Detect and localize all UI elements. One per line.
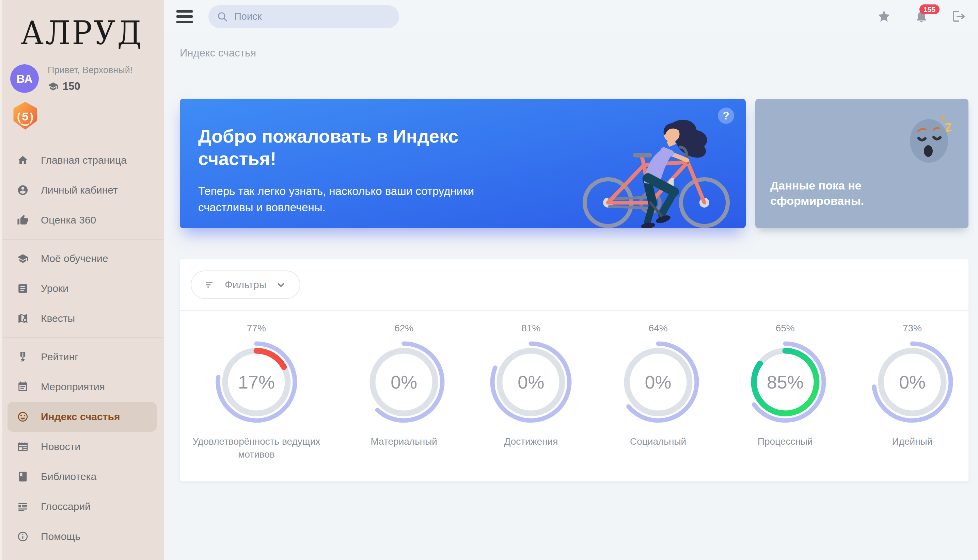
banner-title: Добро пожаловать в Индекс счастья! xyxy=(198,125,484,170)
gauge-benchmark-percent: 73% xyxy=(903,323,922,334)
company-logo: АЛРУД xyxy=(0,14,164,52)
news-icon xyxy=(17,441,28,452)
filters-label: Фильтры xyxy=(225,279,266,290)
sidebar-item-label: Индекс счастья xyxy=(41,411,120,423)
happiness-panel: Фильтры 77%17%Удовлетворённость ведущих … xyxy=(180,259,968,482)
gauge-benchmark-percent: 65% xyxy=(776,323,795,334)
gauge-label: Социальный xyxy=(630,435,686,448)
gauge-label: Достижения xyxy=(504,435,558,448)
chevron-down-icon xyxy=(275,279,287,290)
thumb-up-icon xyxy=(17,214,28,226)
user-icon xyxy=(17,184,28,196)
sidebar-item-label: Личный кабинет xyxy=(41,184,118,196)
gauge-benchmark-percent: 62% xyxy=(395,323,413,334)
sidebar-nav: Главная страницаЛичный кабинетОценка 360… xyxy=(0,145,164,552)
book-icon xyxy=(17,471,28,482)
gauge-benchmark-percent: 77% xyxy=(247,323,266,334)
sidebar-item-label: Уроки xyxy=(41,283,69,294)
sidebar-item-home[interactable]: Главная страница xyxy=(7,145,157,175)
sidebar-item-label: Глоссарий xyxy=(41,501,90,512)
points-value: 150 xyxy=(63,80,80,93)
gauge-value-percent: 0% xyxy=(614,338,702,426)
woman-on-bicycle-illustration xyxy=(573,108,740,228)
page-title: Индекс счастья xyxy=(180,47,968,59)
sidebar-item-glossary[interactable]: Глоссарий xyxy=(7,492,157,522)
level-badge: 5 xyxy=(12,102,164,132)
svg-text:5: 5 xyxy=(22,110,28,123)
filters-button[interactable]: Фильтры xyxy=(191,270,300,299)
sidebar-item-calendar[interactable]: Мероприятия xyxy=(7,372,157,402)
info-icon xyxy=(17,531,28,542)
notification-count-badge: 155 xyxy=(919,4,940,14)
sidebar-item-user[interactable]: Личный кабинет xyxy=(7,175,157,205)
gauges-row: 77%17%Удовлетворённость ведущих мотивов6… xyxy=(180,311,968,482)
sidebar-divider xyxy=(0,239,164,240)
gauge-label: Удовлетворённость ведущих мотивов xyxy=(180,435,333,461)
gauge-1: 77%17%Удовлетворённость ведущих мотивов xyxy=(180,323,333,461)
lessons-icon xyxy=(17,283,28,294)
menu-hamburger-icon[interactable] xyxy=(176,10,193,23)
sidebar-item-label: Оценка 360 xyxy=(41,214,96,226)
sidebar-item-label: Главная страница xyxy=(41,155,127,166)
sidebar-item-smiley[interactable]: Индекс счастья xyxy=(7,402,157,432)
gauge-6: 73%0%Идейный xyxy=(856,323,968,448)
sidebar-item-label: Квесты xyxy=(41,313,75,324)
gauge-value-percent: 17% xyxy=(212,338,301,426)
sidebar-item-thumb-up[interactable]: Оценка 360 xyxy=(7,205,157,235)
gauge-value-percent: 0% xyxy=(486,338,575,426)
logout-button[interactable] xyxy=(951,9,966,24)
sidebar: АЛРУД ВА Привет, Верховный! 150 5 Главна… xyxy=(0,0,164,560)
sidebar-item-lessons[interactable]: Уроки xyxy=(7,273,157,303)
glossary-icon xyxy=(17,501,28,512)
gauge-label: Идейный xyxy=(892,435,932,448)
svg-text:Z: Z xyxy=(944,120,953,135)
sidebar-item-quests-map[interactable]: Квесты xyxy=(7,303,157,333)
banner-subtitle: Теперь так легко узнать, насколько ваши … xyxy=(198,183,512,216)
sidebar-item-label: Моё обучение xyxy=(41,253,108,264)
gauge-label: Материальный xyxy=(371,435,437,448)
sidebar-item-medal[interactable]: Рейтинг xyxy=(7,342,157,372)
sidebar-item-info[interactable]: Помощь xyxy=(7,522,157,552)
smiley-icon xyxy=(17,411,28,423)
level-badge-icon: 5 xyxy=(12,102,38,130)
topbar: 155 xyxy=(164,0,978,33)
sidebar-item-label: Библиотека xyxy=(41,471,96,482)
graduation-cap-icon xyxy=(17,253,28,264)
graduation-cap-icon xyxy=(48,81,59,92)
favorite-star-icon xyxy=(877,9,891,23)
gauge-5: 65%85%Процессный xyxy=(729,323,841,448)
no-data-card: z Z Данные пока не сформированы. xyxy=(755,99,968,228)
sidebar-item-news[interactable]: Новости xyxy=(7,432,157,462)
gauge-4: 64%0%Социальный xyxy=(602,323,714,448)
gauge-value-percent: 0% xyxy=(359,338,448,426)
sidebar-item-label: Новости xyxy=(41,441,80,452)
gauge-benchmark-percent: 64% xyxy=(649,323,668,334)
sidebar-item-label: Рейтинг xyxy=(41,351,78,363)
greeting-text: Привет, Верховный! xyxy=(48,65,132,75)
search-box[interactable] xyxy=(208,5,399,28)
filter-row: Фильтры xyxy=(180,259,968,311)
quests-map-icon xyxy=(17,313,28,324)
notifications-bell-button[interactable]: 155 xyxy=(914,9,929,24)
gauge-2: 62%0%Материальный xyxy=(348,323,460,448)
gauge-label: Процессный xyxy=(758,435,813,448)
gauge-benchmark-percent: 81% xyxy=(522,323,540,334)
logout-icon xyxy=(952,9,966,23)
favorite-star-button[interactable] xyxy=(876,9,891,24)
sidebar-item-label: Помощь xyxy=(41,531,80,542)
no-data-text: Данные пока не сформированы. xyxy=(770,178,913,208)
sidebar-divider xyxy=(0,337,164,338)
gauge-value-percent: 85% xyxy=(741,338,829,426)
gauge-value-percent: 0% xyxy=(868,338,956,426)
welcome-banner: Добро пожаловать в Индекс счастья! Тепер… xyxy=(180,99,746,228)
calendar-icon xyxy=(17,381,28,393)
sidebar-item-book[interactable]: Библиотека xyxy=(7,462,157,492)
sidebar-scrollbar[interactable] xyxy=(0,0,2,560)
search-input[interactable] xyxy=(234,11,391,22)
home-icon xyxy=(17,155,28,166)
sidebar-item-graduation-cap[interactable]: Моё обучение xyxy=(7,243,157,273)
sleeping-face-emoji: z Z xyxy=(906,111,957,165)
filter-lines-icon xyxy=(204,279,216,290)
medal-icon xyxy=(17,351,28,363)
sidebar-item-label: Мероприятия xyxy=(41,381,105,393)
